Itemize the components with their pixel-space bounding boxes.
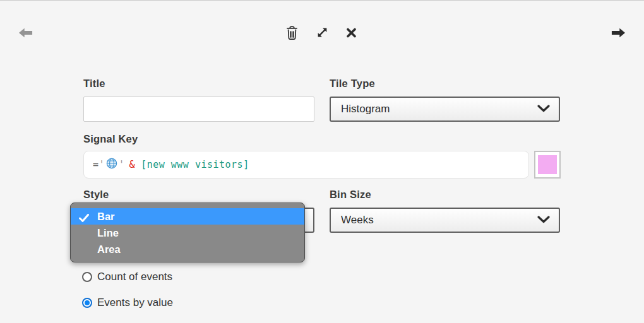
style-label: Style [83, 189, 109, 201]
expand-icon [316, 32, 329, 41]
close-icon [346, 30, 357, 40]
forward-arrow-icon [611, 31, 625, 40]
tile-type-value: Histogram [341, 103, 390, 115]
signal-key-label: Signal Key [83, 133, 138, 145]
signal-open-quote: ' [99, 159, 105, 170]
close-editor-button[interactable] [346, 28, 357, 38]
style-option-label: Bar [97, 211, 115, 223]
style-option-area[interactable]: Area [71, 241, 304, 257]
radio-label: Events by value [97, 297, 173, 309]
style-dropdown-menu: Bar Line Area [70, 203, 305, 262]
chevron-down-icon [537, 103, 550, 115]
tile-type-select[interactable]: Histogram [330, 97, 560, 122]
expand-tile-button[interactable] [316, 26, 329, 39]
signal-equals: = [93, 159, 99, 170]
signal-close-quote: ' [119, 159, 125, 170]
bin-size-label: Bin Size [330, 189, 371, 201]
signal-key-input[interactable]: =''&[new www visitors] [83, 151, 529, 179]
style-option-line[interactable]: Line [71, 225, 304, 241]
trash-icon [285, 33, 299, 42]
style-option-label: Area [97, 244, 121, 255]
style-option-label: Line [97, 227, 119, 239]
radio-checked-icon[interactable] [82, 298, 92, 308]
chevron-down-icon [537, 214, 550, 226]
radio-count-of-events[interactable]: Count of events [82, 271, 172, 283]
tile-type-label: Tile Type [330, 78, 375, 90]
bin-size-value: Weeks [341, 214, 374, 226]
signal-reference: [new www visitors] [141, 159, 249, 170]
checkmark-icon [79, 213, 89, 225]
back-arrow-icon [19, 31, 33, 40]
radio-label: Count of events [97, 271, 172, 283]
tile-config-panel: Title Tile Type Histogram Signal Key =''… [0, 0, 644, 323]
color-swatch-button[interactable] [534, 151, 561, 179]
signal-ampersand: & [125, 159, 141, 170]
forward-arrow-button[interactable] [611, 27, 625, 38]
radio-events-by-value[interactable]: Events by value [82, 297, 173, 309]
color-swatch [538, 155, 557, 174]
bin-size-select[interactable]: Weeks [330, 208, 560, 233]
title-label: Title [83, 78, 105, 90]
style-option-bar[interactable]: Bar [71, 208, 304, 225]
delete-tile-button[interactable] [285, 25, 299, 40]
back-arrow-button[interactable] [19, 27, 33, 38]
title-input[interactable] [83, 97, 314, 122]
globe-icon [106, 158, 117, 172]
radio-unchecked-icon[interactable] [82, 272, 92, 282]
